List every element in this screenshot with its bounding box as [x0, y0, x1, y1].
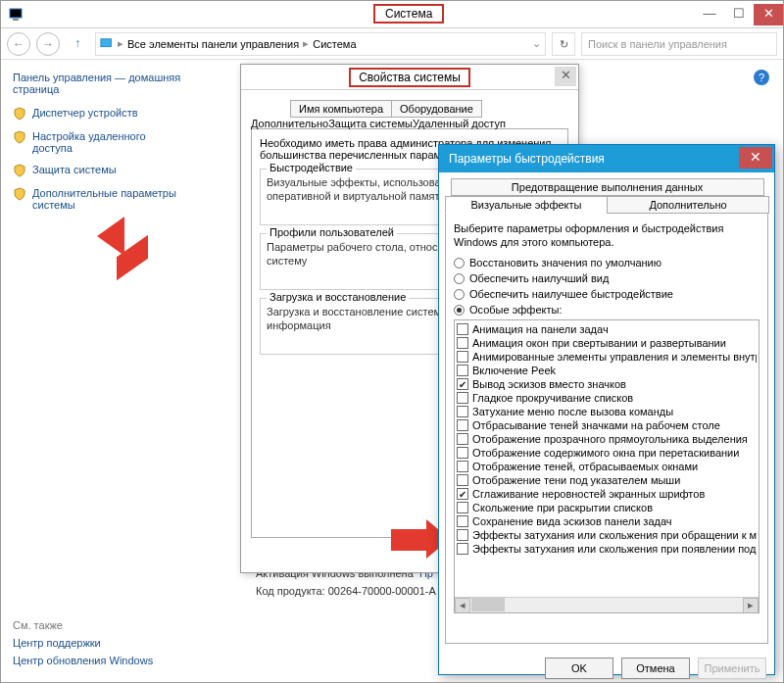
checkbox-label: Отбрасывание теней значками на рабочем с…	[472, 419, 720, 431]
help-icon[interactable]: ?	[754, 70, 769, 85]
see-also-heading: См. также	[13, 619, 153, 631]
scroll-right-icon[interactable]: ▸	[743, 598, 759, 613]
effects-checklist[interactable]: Анимация на панели задачАнимация окон пр…	[454, 319, 760, 613]
checkbox-item[interactable]: ✔Вывод эскизов вместо значков	[457, 378, 757, 390]
checkbox-item[interactable]: Отбрасывание теней значками на рабочем с…	[457, 419, 757, 431]
shield-icon	[13, 130, 26, 144]
horizontal-scrollbar[interactable]: ◂ ▸	[455, 597, 759, 612]
checkbox-icon	[457, 337, 468, 349]
checkbox-label: Эффекты затухания или скольжения при поя…	[472, 543, 757, 555]
checkbox-icon	[457, 365, 468, 376]
checkbox-icon: ✔	[457, 378, 468, 390]
sidebar-item-device-manager[interactable]: Диспетчер устройств	[13, 107, 185, 121]
checkbox-icon	[457, 447, 468, 459]
checkbox-item[interactable]: Отображение теней, отбрасываемых окнами	[457, 461, 757, 472]
back-button[interactable]: ←	[7, 32, 30, 56]
checkbox-icon	[457, 529, 468, 541]
tab-advanced[interactable]: Дополнительно	[251, 118, 328, 129]
shield-icon	[13, 107, 26, 121]
tab-dep[interactable]: Предотвращение выполнения данных	[451, 178, 764, 196]
breadcrumb-root[interactable]: Все элементы панели управления	[127, 38, 299, 50]
checkbox-item[interactable]: Включение Peek	[457, 365, 757, 376]
checkbox-label: Анимированные элементы управления и элем…	[472, 351, 757, 363]
chevron-down-icon[interactable]: ⌄	[532, 37, 541, 50]
checkbox-icon	[457, 351, 468, 363]
intro-text: Выберите параметры оформления и быстроде…	[454, 221, 760, 249]
up-button[interactable]: ↑	[66, 32, 89, 56]
checkbox-icon	[457, 502, 468, 513]
checkbox-item[interactable]: Скольжение при раскрытии списков	[457, 502, 757, 513]
svg-rect-0	[10, 9, 22, 18]
checkbox-item[interactable]: Отображение прозрачного прямоугольника в…	[457, 433, 757, 445]
checkbox-label: Отображение прозрачного прямоугольника в…	[472, 433, 748, 445]
scroll-left-icon[interactable]: ◂	[455, 598, 470, 613]
checkbox-item[interactable]: Анимированные элементы управления и элем…	[457, 351, 757, 363]
checkbox-label: Затухание меню после вызова команды	[472, 406, 673, 417]
sidebar-item-advanced[interactable]: Дополнительные параметры системы	[13, 187, 185, 211]
radio-option[interactable]: Обеспечить наилучшее быстродействие	[454, 288, 760, 300]
tab-hardware[interactable]: Оборудование	[391, 100, 482, 118]
apply-button[interactable]: Применить	[698, 658, 766, 679]
checkbox-label: Сохранение вида эскизов панели задач	[472, 515, 672, 527]
sidebar-item-protection[interactable]: Защита системы	[13, 164, 185, 177]
cancel-button[interactable]: Отмена	[621, 658, 690, 679]
tab-visual-effects[interactable]: Визуальные эффекты	[445, 196, 608, 214]
windows-update-link[interactable]: Центр обновления Windows	[13, 655, 153, 666]
checkbox-label: Вывод эскизов вместо значков	[472, 378, 626, 390]
radio-label: Восстановить значения по умолчанию	[469, 257, 662, 268]
checkbox-item[interactable]: Эффекты затухания или скольжения при обр…	[457, 529, 757, 541]
group-performance-title: Быстродействие	[267, 162, 356, 173]
radio-label: Обеспечить наилучшее быстродействие	[469, 288, 673, 300]
checkbox-item[interactable]: Анимация на панели задач	[457, 323, 757, 335]
radio-option[interactable]: Восстановить значения по умолчанию	[454, 257, 760, 268]
maximize-button[interactable]: ☐	[724, 4, 754, 25]
checkbox-label: Отображение тени под указателем мыши	[472, 474, 680, 486]
radio-option[interactable]: Особые эффекты:	[454, 304, 760, 316]
checkbox-icon	[457, 323, 468, 335]
chevron-right-icon: ▸	[118, 37, 123, 50]
checkbox-item[interactable]: Анимация окон при свертывании и разверты…	[457, 337, 757, 349]
checkbox-item[interactable]: ✔Сглаживание неровностей экранных шрифто…	[457, 488, 757, 500]
close-button[interactable]: ✕	[754, 4, 783, 25]
group-boot-title: Загрузка и восстановление	[267, 291, 409, 303]
close-button[interactable]: ✕	[739, 147, 772, 169]
breadcrumb-current[interactable]: Система	[313, 38, 356, 50]
tab-remote[interactable]: Удаленный доступ	[413, 118, 506, 129]
svg-rect-1	[13, 19, 19, 21]
minimize-button[interactable]: ―	[695, 4, 724, 25]
radio-icon	[454, 305, 465, 316]
checkbox-item[interactable]: Отображение тени под указателем мыши	[457, 474, 757, 486]
sidebar-item-remote[interactable]: Настройка удаленного доступа	[13, 130, 185, 154]
checkbox-icon: ✔	[457, 488, 468, 500]
scroll-thumb[interactable]	[471, 598, 505, 611]
radio-option[interactable]: Обеспечить наилучший вид	[454, 272, 760, 284]
titlebar: Система ― ☐ ✕	[1, 1, 783, 28]
checkbox-icon	[457, 515, 468, 527]
sidebar-heading[interactable]: Панель управления — домашняя страница	[13, 72, 185, 95]
checkbox-label: Анимация на панели задач	[472, 323, 609, 335]
refresh-button[interactable]: ↻	[552, 32, 575, 56]
radio-icon	[454, 258, 465, 268]
checkbox-label: Гладкое прокручивание списков	[472, 392, 633, 404]
tab-computer-name[interactable]: Имя компьютера	[290, 100, 392, 118]
close-button[interactable]: ✕	[555, 67, 576, 86]
checkbox-item[interactable]: Сохранение вида эскизов панели задач	[457, 515, 757, 527]
forward-button[interactable]: →	[36, 32, 60, 56]
search-input[interactable]: Поиск в панели управления	[581, 32, 777, 56]
radio-label: Особые эффекты:	[469, 304, 562, 316]
checkbox-label: Сглаживание неровностей экранных шрифтов	[472, 488, 705, 500]
checkbox-icon	[457, 474, 468, 486]
checkbox-item[interactable]: Отображение содержимого окна при перетас…	[457, 447, 757, 459]
breadcrumb[interactable]: ▸ Все элементы панели управления ▸ Систе…	[95, 32, 546, 56]
tab-advanced[interactable]: Дополнительно	[607, 196, 769, 214]
ok-button[interactable]: OK	[545, 658, 613, 679]
checkbox-item[interactable]: Затухание меню после вызова команды	[457, 406, 757, 417]
system-icon	[9, 7, 24, 23]
tab-protection[interactable]: Защита системы	[328, 118, 413, 129]
radio-icon	[454, 273, 465, 284]
support-center-link[interactable]: Центр поддержки	[13, 637, 153, 649]
checkbox-item[interactable]: Эффекты затухания или скольжения при поя…	[457, 543, 757, 555]
checkbox-item[interactable]: Гладкое прокручивание списков	[457, 392, 757, 404]
radio-label: Обеспечить наилучший вид	[469, 272, 609, 284]
performance-options-dialog: Параметры быстродействия ✕ Предотвращени…	[438, 144, 775, 675]
